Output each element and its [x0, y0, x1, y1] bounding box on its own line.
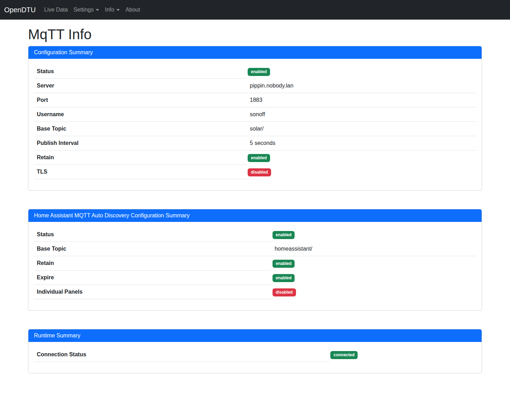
nav-link-settings[interactable]: Settings	[71, 3, 102, 17]
nav-link-label: Settings	[74, 6, 94, 14]
nav-link-about[interactable]: About	[123, 3, 143, 17]
row-value: homeassistant/	[272, 242, 476, 256]
info-table-body: StatusenabledServerpippin.nobody.lanPort…	[34, 64, 476, 179]
status-badge: enabled	[273, 260, 295, 268]
table-row: Statusenabled	[34, 64, 476, 79]
table-row: Publish Interval5 seconds	[34, 136, 476, 150]
table-row: Base Topicsolar/	[34, 122, 476, 136]
row-value: solar/	[247, 122, 476, 136]
nav-item-info: Info	[102, 3, 123, 17]
table-row: Expireenabled	[34, 271, 476, 285]
nav-link-info[interactable]: Info	[102, 3, 123, 17]
row-value: enabled	[247, 150, 476, 165]
table-row: TLSdisabled	[34, 165, 476, 179]
status-badge: connected	[330, 351, 358, 359]
table-row: Serverpippin.nobody.lan	[34, 79, 476, 93]
row-value: enabled	[272, 227, 476, 242]
table-row: Usernamesonoff	[34, 107, 476, 122]
card: Configuration SummaryStatusenabledServer…	[28, 46, 482, 191]
row-label: Status	[34, 227, 272, 242]
table-row: Retainenabled	[34, 150, 476, 165]
nav-link-label: About	[125, 6, 140, 14]
table-row: Individual Panelsdisabled	[34, 285, 476, 299]
row-label: Base Topic	[34, 122, 247, 136]
card-body: StatusenabledServerpippin.nobody.lanPort…	[28, 59, 482, 190]
row-label: Connection Status	[34, 348, 330, 362]
chevron-down-icon	[96, 9, 99, 11]
row-value: disabled	[272, 285, 476, 299]
status-badge: enabled	[273, 274, 295, 282]
info-table: StatusenabledServerpippin.nobody.lanPort…	[34, 64, 476, 179]
card-body: StatusenabledBase Topichomeassistant/Ret…	[28, 222, 482, 310]
table-row: Retainenabled	[34, 256, 476, 271]
card-header: Home Assistant MQTT Auto Discovery Confi…	[28, 209, 482, 222]
info-table: Connection Statusconnected	[34, 348, 476, 362]
status-badge: enabled	[273, 231, 295, 239]
row-value: sonoff	[247, 107, 476, 122]
nav-link-live-data[interactable]: Live Data	[41, 3, 71, 17]
info-table-body: Connection Statusconnected	[34, 348, 476, 362]
row-label: Retain	[34, 256, 272, 271]
row-value: enabled	[272, 256, 476, 271]
row-value: enabled	[247, 64, 476, 79]
main-content: MqTT Info Configuration SummaryStatusena…	[24, 20, 486, 387]
status-badge: enabled	[248, 68, 270, 76]
card: Home Assistant MQTT Auto Discovery Confi…	[28, 209, 482, 311]
row-value: connected	[330, 348, 476, 362]
nav-menu: Live Data Settings Info About	[41, 3, 143, 17]
row-value: 5 seconds	[247, 136, 476, 150]
table-row: Base Topichomeassistant/	[34, 242, 476, 256]
table-row: Connection Statusconnected	[34, 348, 476, 362]
row-label: Retain	[34, 150, 247, 165]
row-label: Individual Panels	[34, 285, 272, 299]
status-badge: disabled	[248, 168, 271, 176]
nav-link-label: Live Data	[44, 6, 68, 14]
nav-item-about: About	[123, 3, 143, 17]
info-table: StatusenabledBase Topichomeassistant/Ret…	[34, 227, 476, 299]
row-label: Port	[34, 93, 247, 107]
brand-link[interactable]: OpenDTU	[4, 5, 36, 15]
chevron-down-icon	[116, 9, 120, 11]
table-row: Statusenabled	[34, 227, 476, 242]
nav-item-live-data: Live Data	[41, 3, 71, 17]
row-value: enabled	[272, 271, 476, 285]
row-label: Server	[34, 79, 247, 93]
row-value: disabled	[247, 165, 476, 179]
page-title: MqTT Info	[28, 26, 482, 43]
status-badge: disabled	[273, 288, 296, 296]
table-row: Port1883	[34, 93, 476, 107]
row-label: Publish Interval	[34, 136, 247, 150]
row-label: Base Topic	[34, 242, 272, 256]
nav-item-settings: Settings	[71, 3, 102, 17]
info-table-body: StatusenabledBase Topichomeassistant/Ret…	[34, 227, 476, 299]
card: Runtime SummaryConnection Statusconnecte…	[28, 329, 482, 373]
row-value: 1883	[247, 93, 476, 107]
nav-link-label: Info	[105, 6, 114, 14]
row-label: TLS	[34, 165, 247, 179]
navbar: OpenDTU Live Data Settings Info About	[0, 0, 510, 20]
card-body: Connection Statusconnected	[28, 342, 482, 373]
status-badge: enabled	[248, 154, 270, 162]
card-header: Runtime Summary	[28, 329, 482, 342]
cards-container: Configuration SummaryStatusenabledServer…	[28, 46, 482, 373]
row-label: Username	[34, 107, 247, 122]
row-label: Status	[34, 64, 247, 79]
card-header: Configuration Summary	[28, 46, 482, 59]
row-value: pippin.nobody.lan	[247, 79, 476, 93]
row-label: Expire	[34, 271, 272, 285]
